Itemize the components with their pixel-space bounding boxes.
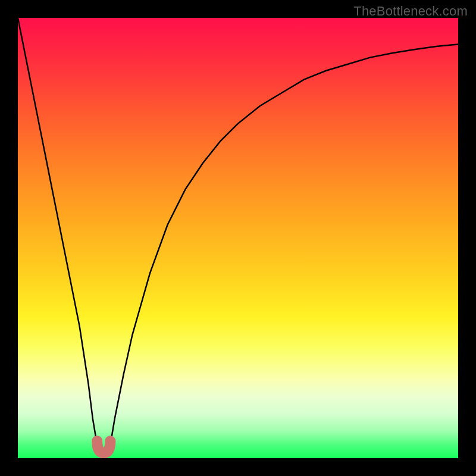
plot-area bbox=[18, 18, 458, 458]
watermark-text: TheBottleneck.com bbox=[353, 4, 468, 19]
chart-frame: TheBottleneck.com bbox=[0, 0, 476, 476]
optimal-marker-path bbox=[97, 441, 110, 453]
bottleneck-curve-path bbox=[18, 18, 458, 454]
curve-svg bbox=[18, 18, 458, 458]
